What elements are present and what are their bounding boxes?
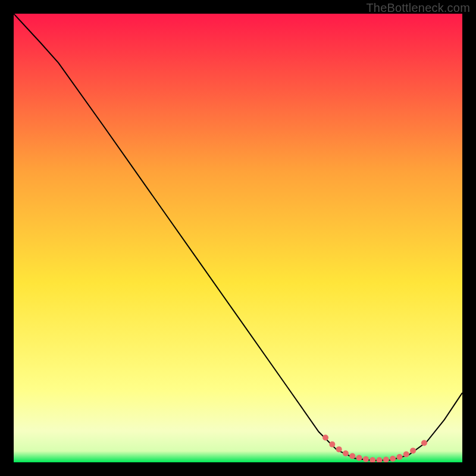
curve-marker <box>356 455 362 461</box>
chart-frame: TheBottleneck.com <box>0 0 476 476</box>
curve-marker <box>322 435 328 441</box>
gradient-background <box>14 14 462 462</box>
chart-svg <box>14 14 462 462</box>
curve-marker <box>336 446 342 452</box>
curve-marker <box>403 451 409 457</box>
curve-marker <box>390 456 396 462</box>
curve-marker <box>343 450 349 456</box>
curve-marker <box>410 447 416 453</box>
curve-marker <box>363 456 369 462</box>
plot-area <box>14 14 462 462</box>
curve-marker <box>421 440 427 446</box>
curve-marker <box>329 441 335 447</box>
curve-marker <box>349 453 355 459</box>
watermark-text: TheBottleneck.com <box>366 1 470 15</box>
curve-marker <box>396 454 402 460</box>
